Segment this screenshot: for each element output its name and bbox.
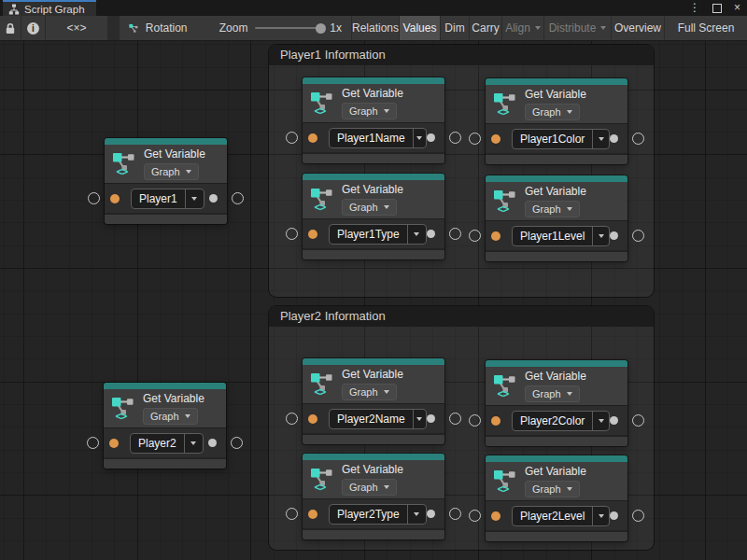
variable-name-dropdown[interactable]: Player2Name xyxy=(329,409,427,429)
carry-button[interactable]: Carry xyxy=(470,16,501,40)
values-button[interactable]: Values xyxy=(400,16,440,40)
right-connection-port[interactable] xyxy=(632,414,644,427)
dim-button[interactable]: Dim xyxy=(441,16,469,40)
get-variable-node-player2[interactable]: Get Variable Graph Player2 xyxy=(104,383,226,469)
value-output-port[interactable] xyxy=(427,510,435,518)
chevron-down-icon xyxy=(599,137,604,141)
get-variable-node-player2type[interactable]: Get Variable Graph Player2Type xyxy=(303,454,444,539)
group-header[interactable]: Player1 Information xyxy=(269,45,654,65)
left-connection-port[interactable] xyxy=(286,508,298,520)
node-color-bar xyxy=(303,174,444,180)
right-connection-port[interactable] xyxy=(632,133,644,145)
variable-scope-dropdown[interactable]: Graph xyxy=(525,385,580,402)
left-connection-port[interactable] xyxy=(469,133,481,145)
get-variable-node-player1type[interactable]: Get Variable Graph Player1Type xyxy=(303,174,444,259)
value-output-port[interactable] xyxy=(610,511,618,520)
variable-scope-dropdown[interactable]: Graph xyxy=(144,163,199,180)
variable-input-port[interactable] xyxy=(491,134,500,144)
left-connection-port[interactable] xyxy=(88,192,100,204)
tab-script-graph[interactable]: Script Graph xyxy=(3,0,96,16)
variable-scope-dropdown[interactable]: Graph xyxy=(525,104,580,120)
zoom-slider-knob[interactable] xyxy=(316,23,326,34)
left-connection-port[interactable] xyxy=(286,228,298,240)
relations-button[interactable]: Relations xyxy=(352,16,399,40)
variable-name-dropdown[interactable]: Player2Level xyxy=(512,506,610,526)
zoom-slider[interactable] xyxy=(255,27,322,29)
align-button[interactable]: Align xyxy=(502,16,543,40)
window-menu-icon[interactable]: ⋮ xyxy=(689,0,700,16)
left-connection-port[interactable] xyxy=(87,437,99,449)
right-connection-port[interactable] xyxy=(232,192,244,204)
chevron-down-icon xyxy=(600,26,606,30)
variable-name-dropdown[interactable]: Player1Type xyxy=(329,224,427,245)
window-close-icon[interactable]: × xyxy=(734,0,740,16)
right-connection-port[interactable] xyxy=(449,132,461,144)
get-variable-node-player2name[interactable]: Get Variable Graph Player2Name xyxy=(303,358,444,444)
value-output-port[interactable] xyxy=(427,230,435,238)
variable-input-port[interactable] xyxy=(491,416,500,426)
variable-input-port[interactable] xyxy=(308,230,317,239)
variable-input-port[interactable] xyxy=(491,231,500,241)
variable-scope-dropdown[interactable]: Graph xyxy=(525,201,580,217)
distribute-button[interactable]: Distribute xyxy=(544,16,611,40)
get-variable-node-player1name[interactable]: Get Variable Graph Player1Name xyxy=(303,77,444,163)
graph-canvas[interactable]: Player1 Information Player2 Information … xyxy=(0,41,747,560)
variable-scope-dropdown[interactable]: Graph xyxy=(342,103,397,119)
variable-scope-dropdown[interactable]: Graph xyxy=(143,408,198,425)
variable-scope-dropdown[interactable]: Graph xyxy=(342,479,397,496)
variable-name-dropdown[interactable]: Player2 xyxy=(130,433,204,454)
right-connection-port[interactable] xyxy=(449,413,461,425)
left-connection-port[interactable] xyxy=(286,413,298,425)
node-color-bar xyxy=(303,454,444,460)
variable-scope-dropdown[interactable]: Graph xyxy=(342,384,397,400)
get-variable-icon xyxy=(310,188,334,212)
chevron-down-icon xyxy=(414,512,419,516)
right-connection-port[interactable] xyxy=(632,230,644,242)
fullscreen-button[interactable]: Full Screen xyxy=(665,16,747,40)
get-variable-node-player1color[interactable]: Get Variable Graph Player1Color xyxy=(486,78,627,164)
right-connection-port[interactable] xyxy=(632,510,644,522)
lock-button[interactable] xyxy=(0,16,21,40)
variable-input-port[interactable] xyxy=(110,194,120,203)
window-titlebar: Script Graph ⋮ × xyxy=(0,0,747,16)
value-output-port[interactable] xyxy=(610,134,618,143)
group-header[interactable]: Player2 Information xyxy=(269,306,654,327)
value-output-port[interactable] xyxy=(208,439,217,447)
variable-name-dropdown[interactable]: Player1Color xyxy=(512,129,610,149)
variable-name-dropdown[interactable]: Player1 xyxy=(131,189,204,209)
variable-name-dropdown[interactable]: Player1Level xyxy=(512,226,610,246)
variable-input-port[interactable] xyxy=(308,510,317,519)
script-graph-icon xyxy=(8,4,20,15)
left-connection-port[interactable] xyxy=(286,132,298,144)
variable-scope-dropdown[interactable]: Graph xyxy=(525,481,580,497)
left-connection-port[interactable] xyxy=(469,414,481,427)
variable-name-dropdown[interactable]: Player2Type xyxy=(329,504,427,525)
overview-button[interactable]: Overview xyxy=(612,16,664,40)
right-connection-port[interactable] xyxy=(449,228,461,240)
code-preview-button[interactable]: <×> xyxy=(46,16,107,40)
left-connection-port[interactable] xyxy=(469,510,481,522)
variable-name-dropdown[interactable]: Player2Color xyxy=(512,411,610,431)
variable-input-port[interactable] xyxy=(491,511,500,521)
get-variable-node-player1[interactable]: Get Variable Graph Player1 xyxy=(105,138,227,224)
value-output-port[interactable] xyxy=(610,231,618,240)
value-output-port[interactable] xyxy=(427,133,435,142)
variable-input-port[interactable] xyxy=(109,439,119,448)
get-variable-node-player2level[interactable]: Get Variable Graph Player2Level xyxy=(486,455,627,541)
left-connection-port[interactable] xyxy=(469,230,481,242)
node-title: Get Variable xyxy=(144,147,205,161)
right-connection-port[interactable] xyxy=(449,508,461,520)
right-connection-port[interactable] xyxy=(231,437,243,449)
value-output-port[interactable] xyxy=(209,194,218,203)
get-variable-node-player2color[interactable]: Get Variable Graph Player2Color xyxy=(486,360,627,446)
variable-name-dropdown[interactable]: Player1Name xyxy=(329,128,427,148)
variable-scope-dropdown[interactable]: Graph xyxy=(342,199,397,216)
window-maximize-icon[interactable] xyxy=(712,4,722,13)
get-variable-node-player1level[interactable]: Get Variable Graph Player1Level xyxy=(486,175,627,261)
info-button[interactable]: i xyxy=(21,16,45,40)
value-output-port[interactable] xyxy=(427,414,435,423)
variable-input-port[interactable] xyxy=(308,414,317,424)
variable-input-port[interactable] xyxy=(308,133,317,143)
info-icon: i xyxy=(27,22,39,35)
value-output-port[interactable] xyxy=(610,416,618,425)
